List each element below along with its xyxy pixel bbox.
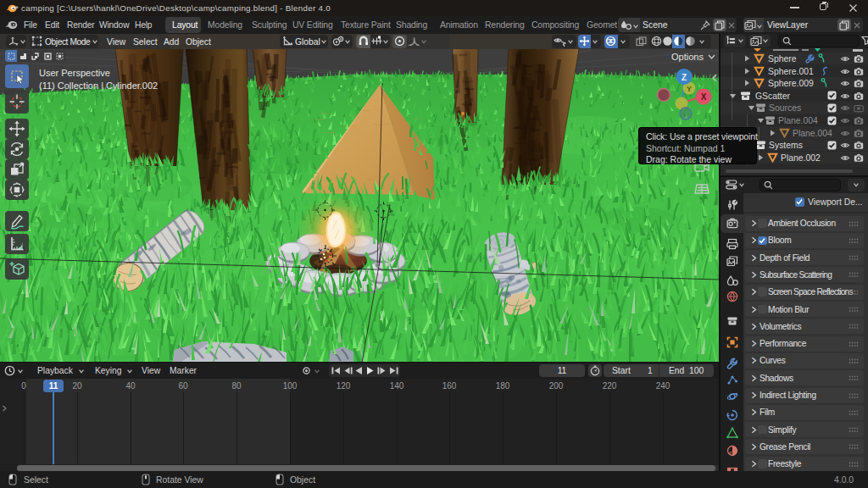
- svg-text:Y: Y: [687, 85, 692, 93]
- svg-text:X: X: [701, 92, 707, 102]
- svg-text:Z: Z: [682, 73, 687, 82]
- svg-text:(11) Collection | Cylinder.002: (11) Collection | Cylinder.002: [39, 80, 158, 91]
- svg-text:Options: Options: [671, 52, 704, 62]
- svg-text:User Perspective: User Perspective: [39, 68, 110, 78]
